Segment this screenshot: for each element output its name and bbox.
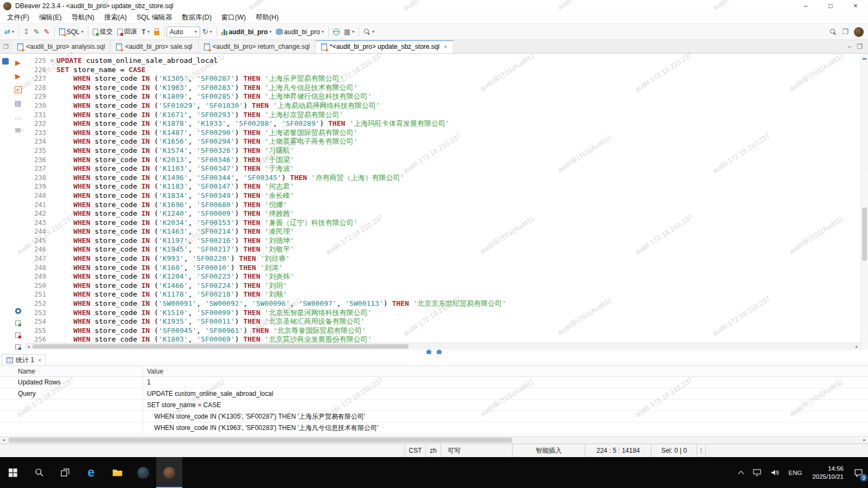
more-actions-icon[interactable]: …	[15, 113, 22, 120]
minimize-button[interactable]: –	[793, 0, 818, 12]
code-line[interactable]: 249 WHEN store_code IN ('K1204', 'SF0022…	[25, 272, 860, 281]
dbeaver-account-button[interactable]	[852, 25, 866, 38]
rollback-button[interactable]: 回滚	[115, 25, 139, 38]
status-overflow-icon[interactable]: ⋮	[697, 444, 705, 457]
scroll-left-icon[interactable]: ◂	[0, 436, 7, 444]
new-sql-editor-button[interactable]: ⇄▾	[2, 25, 16, 38]
taskbar-search-button[interactable]	[26, 457, 52, 488]
grid-view-button[interactable]: ▦▾	[342, 25, 356, 38]
stats-table-row[interactable]: WHEN store_code IN ('K1963', 'SF00283') …	[0, 422, 868, 434]
perspective-button[interactable]: ❐	[840, 25, 851, 38]
edit-commit-button[interactable]: ✎	[31, 25, 42, 38]
code-line[interactable]: 226SET store_name = CASE	[25, 66, 860, 75]
sql-editor[interactable]: 225⊖UPDATE custom_online_sale_abroad_loc…	[25, 54, 860, 350]
code-line[interactable]: 228 WHEN store_code IN ('K1963', 'SF0028…	[25, 84, 860, 93]
export-mail-icon[interactable]: ✉	[15, 127, 21, 134]
fetch-button[interactable]: ↧	[21, 25, 31, 38]
settings-gear-icon[interactable]	[15, 308, 21, 314]
execute-script-icon[interactable]: ▶	[15, 73, 21, 80]
code-line[interactable]: 253 WHEN store_code IN ('K1510', 'SF0009…	[25, 309, 860, 318]
search-menu-button[interactable]: ▾	[361, 25, 376, 38]
code-line[interactable]: 254 WHEN store_code IN ('K1935', 'SF0001…	[25, 317, 860, 326]
tab-update-sbz-store-sql[interactable]: *<audit_bi_pro> update_sbz_store.sql ×	[316, 40, 454, 53]
code-line[interactable]: 240 WHEN store_code IN ('K1834', 'SF0034…	[25, 191, 860, 201]
tray-language[interactable]: ENG	[784, 457, 807, 488]
commit-button[interactable]: 提交	[91, 25, 115, 38]
menu-edit[interactable]: 编辑(E)	[34, 13, 67, 22]
stats-table-row[interactable]: SET store_name = CASE	[0, 400, 868, 411]
explain-plan-icon[interactable]: ▤	[15, 100, 21, 107]
database-navigator-icon[interactable]	[2, 58, 9, 65]
scroll-left-icon[interactable]: ◂	[25, 343, 32, 350]
code-line[interactable]: 250 WHEN store_code IN ('K1466', 'SF0022…	[25, 281, 860, 291]
code-line[interactable]: 231 WHEN store_code IN ('K1671', 'SF0029…	[25, 111, 860, 120]
code-line[interactable]: 227 WHEN store_code IN ('K1305', 'SF0028…	[25, 74, 860, 84]
maximize-button[interactable]: □	[818, 0, 843, 12]
code-line[interactable]: 234 WHEN store_code IN ('K1656', 'SF0029…	[25, 137, 860, 146]
panel-scroll-thumb[interactable]	[9, 438, 512, 442]
menu-search[interactable]: 搜索(A)	[99, 13, 132, 22]
tray-expand-button[interactable]	[734, 457, 748, 488]
tab-analysis-sql[interactable]: <audit_bi_pro> analysis.sql	[12, 40, 111, 53]
dbeaver-taskbar-button[interactable]	[156, 457, 182, 488]
code-line[interactable]: 256 WHEN store_code IN ('K1803', 'SF0006…	[25, 335, 860, 343]
transaction-log-button[interactable]: T▾	[139, 25, 152, 38]
code-lines[interactable]: 225⊖UPDATE custom_online_sale_abroad_loc…	[25, 54, 860, 343]
code-line[interactable]: 248 WHEN store_code IN ('K160', 'SF00010…	[25, 264, 860, 273]
code-line[interactable]: 229 WHEN store_code IN ('K1809', 'SF0028…	[25, 92, 860, 101]
export-script-icon[interactable]	[15, 332, 21, 338]
execute-statement-icon[interactable]: ▶	[15, 59, 21, 66]
tab-statistics[interactable]: 统计 1 ×	[2, 354, 46, 365]
panel-horizontal-scrollbar[interactable]: ◂ ▸	[0, 436, 868, 444]
code-line[interactable]: 233 WHEN store_code IN ('K1487', 'SF0029…	[25, 129, 860, 138]
execute-new-tab-icon[interactable]: ▸	[15, 86, 22, 93]
editor-results-sash[interactable]	[0, 350, 868, 354]
status-caret-position[interactable]: 224 : 5 : 14184	[585, 444, 651, 457]
menu-window[interactable]: 窗口(W)	[216, 13, 251, 22]
autocommit-combo[interactable]: Auto ▾	[167, 27, 200, 37]
scroll-right-icon[interactable]: ▸	[861, 436, 868, 444]
app-button-1[interactable]	[130, 457, 156, 488]
tab-return-change-sql[interactable]: <audit_bi_pro> return_change.sql	[199, 40, 316, 53]
action-center-button[interactable]: 9	[849, 457, 868, 488]
menu-sql-editor[interactable]: SQL 编辑器	[132, 13, 177, 22]
editor-horizontal-scrollbar[interactable]: ◂ ▸	[25, 343, 860, 350]
minimize-editor-icon[interactable]: –	[848, 43, 852, 50]
edge-browser-button[interactable]: e	[78, 457, 104, 488]
status-insert-mode[interactable]: 智能插入	[512, 444, 585, 457]
vertical-scroll-thumb[interactable]	[862, 208, 867, 261]
code-line[interactable]: 247 WHEN store_code IN ('K993', 'SF00220…	[25, 254, 860, 264]
fold-marker-icon[interactable]: ⊖	[48, 56, 56, 66]
stats-table-row[interactable]: QueryUPDATE custom_online_sale_abroad_lo…	[0, 388, 868, 400]
code-line[interactable]: 236 WHEN store_code IN ('K2013', 'SF0034…	[25, 156, 860, 165]
edit-rollback-button[interactable]: ✎	[42, 25, 52, 38]
close-statistics-tab-icon[interactable]: ×	[38, 357, 41, 363]
code-line[interactable]: 252 WHEN store_code IN ('SW00091', 'SW00…	[25, 299, 860, 309]
code-line[interactable]: 242 WHEN store_code IN ('K1240', 'SF0000…	[25, 209, 860, 219]
sql-menu-button[interactable]: SQL ▾	[57, 25, 86, 38]
lock-button[interactable]	[152, 25, 162, 38]
close-button[interactable]: ×	[843, 0, 868, 12]
maximize-editor-icon[interactable]: ❐	[857, 43, 863, 50]
column-header-value[interactable]: Value	[143, 366, 163, 376]
start-button[interactable]	[0, 457, 26, 488]
quick-search-button[interactable]	[827, 25, 839, 38]
code-line[interactable]: 251 WHEN store_code IN ('K1178', 'SF0021…	[25, 290, 860, 299]
code-line[interactable]: 241 WHEN store_code IN ('K1696', 'SF0068…	[25, 201, 860, 210]
menu-database[interactable]: 数据库(D)	[177, 13, 216, 22]
code-line[interactable]: 237 WHEN store_code IN ('K1103', 'SF0034…	[25, 164, 860, 174]
horizontal-scroll-thumb[interactable]	[33, 344, 409, 349]
tab-close-icon[interactable]: ×	[444, 43, 447, 50]
code-line[interactable]: 225⊖UPDATE custom_online_sale_abroad_loc…	[25, 56, 860, 66]
tray-volume-button[interactable]	[766, 457, 784, 488]
export-result-icon[interactable]	[15, 320, 21, 326]
connection-selector[interactable]: audit_bi_pro ▾	[219, 25, 274, 38]
editor-vertical-scrollbar[interactable]	[860, 54, 868, 350]
stats-table-row[interactable]: WHEN store_code IN ('K1305', 'SF00287') …	[0, 411, 868, 422]
tab-sale-sql[interactable]: <audit_bi_pro> sale.sql	[111, 40, 198, 53]
code-line[interactable]: 246 WHEN store_code IN ('K1945', 'SF0021…	[25, 245, 860, 254]
code-line[interactable]: 243 WHEN store_code IN ('K2034', 'SF0015…	[25, 219, 860, 228]
refresh-button[interactable]: ↻▾	[200, 25, 214, 38]
code-line[interactable]: 255 WHEN store_code IN ('SF00945', 'SF00…	[25, 326, 860, 336]
code-line[interactable]: 244 WHEN store_code IN ('K1463', 'SF0021…	[25, 227, 860, 236]
